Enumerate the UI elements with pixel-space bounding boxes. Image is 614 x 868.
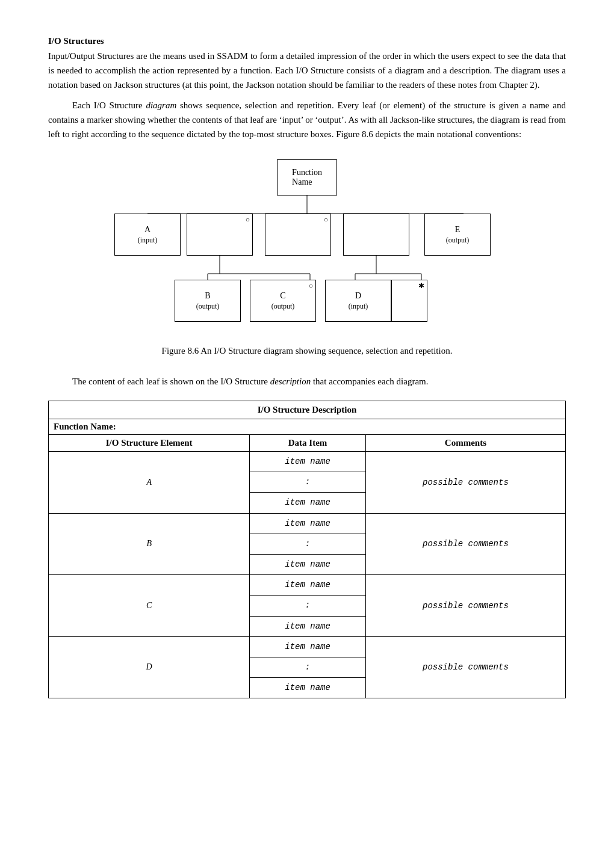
table-fn-row: Function Name: — [49, 419, 566, 435]
col-header-comments: Comments — [365, 435, 565, 452]
data-item-B-3: item name — [250, 554, 365, 574]
diagram-caption: Figure 8.6 An I/O Structure diagram show… — [48, 346, 566, 356]
box-D-label: D — [355, 291, 361, 301]
box-blank3 — [343, 214, 409, 256]
box-C-label: C — [280, 291, 285, 301]
box-C-sublabel: (output) — [271, 302, 295, 311]
box-star: ✱ — [391, 280, 427, 322]
paragraph-2: Each I/O Structure diagram shows sequenc… — [48, 98, 566, 141]
data-item-D-2: : — [250, 657, 365, 677]
box-root: FunctionName — [277, 159, 337, 195]
box-D-sublabel: (input) — [349, 302, 368, 311]
col-header-dataitem: Data Item — [250, 435, 365, 452]
comments-A: possible comments — [365, 452, 565, 514]
comments-B: possible comments — [365, 513, 565, 575]
element-C: C — [49, 575, 250, 637]
element-B: B — [49, 513, 250, 575]
box-E-label: E — [455, 225, 460, 235]
table-header-row: I/O Structure Element Data Item Comments — [49, 435, 566, 452]
element-A: A — [49, 452, 250, 514]
box-A-sublabel: (input) — [138, 236, 158, 245]
box-D: D (input) — [325, 280, 391, 322]
box-A-label: A — [144, 225, 150, 235]
table-row-C: C item name possible comments — [49, 575, 566, 596]
data-item-C-1: item name — [250, 575, 365, 596]
data-item-D-1: item name — [250, 636, 365, 657]
element-D: D — [49, 636, 250, 698]
table-title-row: I/O Structure Description — [49, 401, 566, 419]
box-B: B (output) — [175, 280, 241, 322]
data-item-A-1: item name — [250, 452, 365, 472]
box-C: C (output) ○ — [250, 280, 316, 322]
data-item-D-3: item name — [250, 678, 365, 698]
section-title: I/O Structures — [48, 36, 566, 46]
comments-C: possible comments — [365, 575, 565, 637]
box-B-sublabel: (output) — [196, 302, 220, 311]
data-item-C-2: : — [250, 596, 365, 616]
paragraph-1: Input/Output Structures are the means us… — [48, 49, 566, 92]
box-E-sublabel: (output) — [446, 236, 470, 245]
data-item-A-2: : — [250, 472, 365, 493]
table-title-cell: I/O Structure Description — [49, 401, 566, 419]
data-item-A-3: item name — [250, 493, 365, 513]
jackson-diagram-container: FunctionName A (input) ○ ○ E (output) B … — [102, 159, 512, 328]
data-item-C-3: item name — [250, 616, 365, 636]
col-header-element: I/O Structure Element — [49, 435, 250, 452]
box-blank1: ○ — [187, 214, 253, 256]
data-item-B-1: item name — [250, 513, 365, 534]
data-item-B-2: : — [250, 534, 365, 554]
paragraph-3: The content of each leaf is shown on the… — [48, 374, 566, 389]
jackson-diagram: FunctionName A (input) ○ ○ E (output) B … — [102, 159, 512, 328]
box-star-marker: ✱ — [418, 282, 424, 291]
box-B-label: B — [205, 291, 210, 301]
table-fn-cell: Function Name: — [49, 419, 566, 435]
box-blank2: ○ — [265, 214, 331, 256]
comments-D: possible comments — [365, 636, 565, 698]
io-structure-table: I/O Structure Description Function Name:… — [48, 401, 566, 698]
table-row-A: A item name possible comments — [49, 452, 566, 472]
box-A: A (input) — [114, 214, 181, 256]
box-root-label: FunctionName — [292, 168, 322, 187]
box-C-marker: ○ — [309, 282, 313, 291]
table-row-B: B item name possible comments — [49, 513, 566, 534]
table-row-D: D item name possible comments — [49, 636, 566, 657]
io-table-wrapper: I/O Structure Description Function Name:… — [48, 401, 566, 698]
box-blank2-marker: ○ — [324, 215, 328, 224]
box-E: E (output) — [424, 214, 491, 256]
box-blank1-marker: ○ — [246, 215, 250, 224]
